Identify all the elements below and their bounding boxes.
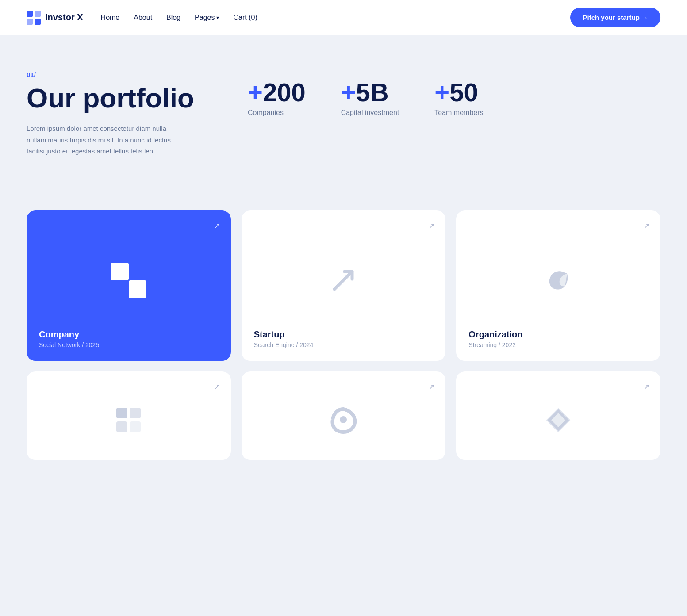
card-arrow-icon: ↗ — [643, 382, 650, 392]
portfolio-left: 01/ Our portfolio Lorem ipsum dolor amet… — [27, 71, 212, 157]
section-title: Our portfolio — [27, 84, 212, 112]
card-organization[interactable]: ↗ Organization Streaming / 2022 — [456, 210, 660, 361]
org-logo-icon — [543, 265, 574, 296]
chevron-down-icon: ▾ — [216, 15, 219, 21]
nav-home[interactable]: Home — [101, 14, 120, 22]
card-logo — [39, 241, 219, 321]
svg-point-8 — [340, 416, 347, 423]
stat-team: +50 Team members — [434, 80, 483, 117]
card-4[interactable]: ↗ — [27, 371, 231, 460]
card-title: Startup — [254, 329, 434, 340]
card-logo — [254, 402, 434, 439]
stat-companies: +200 Companies — [248, 80, 306, 117]
card-5[interactable]: ↗ — [242, 371, 446, 460]
card-arrow-icon: ↗ — [214, 382, 220, 392]
card-subtitle: Search Engine / 2024 — [254, 341, 434, 348]
square-1 — [111, 263, 129, 280]
card-subtitle: Streaming / 2022 — [468, 341, 648, 348]
card-arrow-icon: ↗ — [214, 221, 220, 231]
card-logo — [254, 241, 434, 321]
stat-team-number: +50 — [434, 80, 478, 105]
pitch-startup-button[interactable]: Pitch your startup → — [570, 8, 660, 27]
startup-logo-icon — [328, 265, 359, 296]
card-logo — [468, 241, 648, 321]
svg-rect-3 — [35, 19, 41, 25]
stat-capital-label: Capital investment — [341, 109, 399, 117]
card-title: Organization — [468, 329, 648, 340]
section-description: Lorem ipsum dolor amet consectetur diam … — [27, 123, 177, 157]
card-startup[interactable]: ↗ Startup Search Engine / 2024 — [242, 210, 446, 361]
svg-rect-2 — [27, 19, 33, 25]
svg-rect-5 — [130, 408, 141, 418]
portfolio-grid: ↗ Company Social Network / 2025 ↗ St — [27, 184, 660, 486]
stat-companies-label: Companies — [248, 109, 284, 117]
company-logo-icon — [111, 263, 146, 298]
card-arrow-icon: ↗ — [428, 221, 435, 231]
card-6[interactable]: ↗ — [456, 371, 660, 460]
stat-companies-number: +200 — [248, 80, 306, 105]
card-arrow-icon: ↗ — [428, 382, 435, 392]
svg-rect-1 — [35, 11, 41, 17]
nav-left: Invstor X Home About Blog Pages ▾ Cart (… — [27, 11, 257, 25]
stat-team-label: Team members — [434, 109, 483, 117]
brand: Invstor X — [27, 11, 83, 25]
card-info: Startup Search Engine / 2024 — [254, 329, 434, 348]
section-number: 01/ — [27, 71, 212, 78]
square-2 — [129, 280, 146, 298]
stats-row: +200 Companies +5B Capital investment +5… — [248, 71, 660, 117]
card6-logo-icon — [545, 407, 572, 433]
main-content: 01/ Our portfolio Lorem ipsum dolor amet… — [0, 35, 687, 486]
brand-name: Invstor X — [45, 12, 83, 23]
card-logo — [39, 402, 219, 439]
card4-logo-icon — [114, 406, 143, 434]
card-arrow-icon: ↗ — [643, 221, 650, 231]
svg-rect-4 — [116, 408, 127, 418]
card-info: Organization Streaming / 2022 — [468, 329, 648, 348]
brand-logo-icon — [27, 11, 41, 25]
card-company[interactable]: ↗ Company Social Network / 2025 — [27, 210, 231, 361]
card5-logo-icon — [329, 406, 358, 434]
nav-pages[interactable]: Pages ▾ — [195, 14, 219, 22]
nav-about[interactable]: About — [134, 14, 152, 22]
nav-blog[interactable]: Blog — [166, 14, 180, 22]
navbar: Invstor X Home About Blog Pages ▾ Cart (… — [0, 0, 687, 35]
card-subtitle: Social Network / 2025 — [39, 341, 219, 348]
portfolio-hero: 01/ Our portfolio Lorem ipsum dolor amet… — [27, 35, 660, 184]
card-title: Company — [39, 329, 219, 340]
nav-links: Home About Blog Pages ▾ Cart (0) — [101, 14, 257, 22]
stat-capital-number: +5B — [341, 80, 389, 105]
stat-capital: +5B Capital investment — [341, 80, 399, 117]
card-logo — [468, 402, 648, 439]
svg-rect-7 — [130, 421, 141, 432]
svg-rect-0 — [27, 11, 33, 17]
svg-rect-6 — [116, 421, 127, 432]
nav-cart[interactable]: Cart (0) — [233, 14, 257, 22]
card-info: Company Social Network / 2025 — [39, 329, 219, 348]
